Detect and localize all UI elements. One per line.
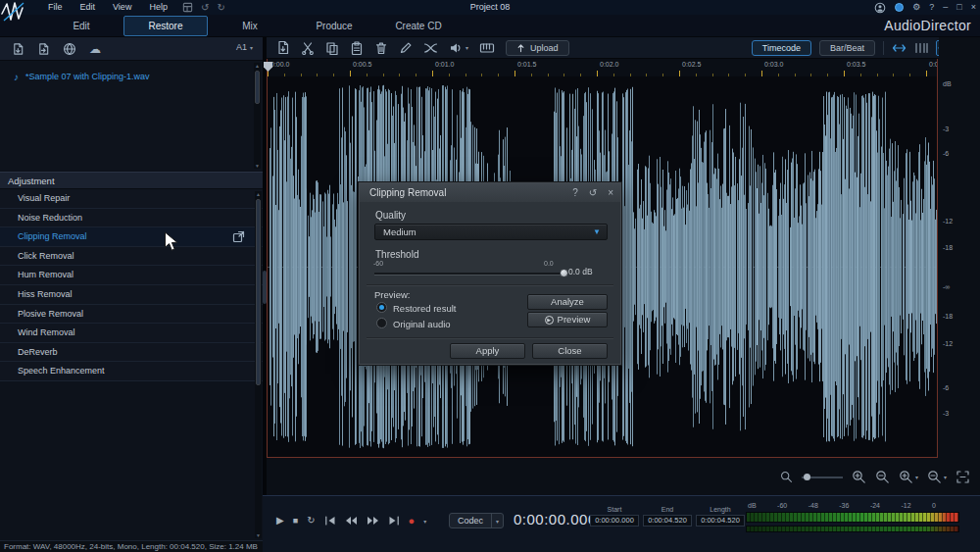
adjustment-item-clipping-removal[interactable]: Clipping Removal <box>0 227 263 247</box>
download-media-icon[interactable] <box>63 42 76 56</box>
length-field[interactable]: 0:00:04.520 <box>696 515 745 527</box>
cut-icon[interactable] <box>301 41 315 55</box>
tab-edit[interactable]: Edit <box>39 16 123 36</box>
tab-restore[interactable]: Restore <box>123 16 208 36</box>
record-button[interactable]: ● <box>409 515 416 527</box>
open-effect-icon[interactable] <box>232 230 245 243</box>
zoom-slider-thumb[interactable] <box>804 474 810 480</box>
tab-produce[interactable]: Produce <box>292 16 376 36</box>
close-icon[interactable]: × <box>971 0 976 15</box>
restored-result-radio[interactable] <box>376 302 387 313</box>
timeline-ruler[interactable]: 0:00.00:00.50:01.00:01.50:02.00:02.50:03… <box>268 59 937 76</box>
mix-source-icon[interactable]: ▾ <box>449 41 468 55</box>
paste-icon[interactable] <box>350 41 364 55</box>
account-icon[interactable] <box>874 2 886 14</box>
add-media-icon[interactable] <box>12 42 24 56</box>
maximize-icon[interactable]: □ <box>956 0 961 15</box>
go-to-start-button[interactable] <box>324 516 336 526</box>
export-media-icon[interactable] <box>37 42 50 56</box>
threshold-slider[interactable] <box>374 273 561 276</box>
original-audio-radio[interactable] <box>376 318 387 328</box>
help-icon[interactable]: ? <box>929 0 934 15</box>
directorzone-icon[interactable] <box>895 3 904 12</box>
fit-project-icon[interactable] <box>956 470 970 484</box>
threshold-slider-thumb[interactable] <box>560 269 568 277</box>
delete-icon[interactable] <box>374 41 388 55</box>
scrollbar-thumb[interactable] <box>255 71 260 104</box>
adjustment-item-hum-removal[interactable]: Hum Removal <box>0 266 263 285</box>
crossfade-icon[interactable] <box>423 41 438 55</box>
go-to-end-button[interactable] <box>388 516 400 526</box>
keyboard-icon[interactable] <box>479 42 495 54</box>
adjustment-item-noise-reduction[interactable]: Noise Reduction <box>0 209 263 228</box>
settings-gear-icon[interactable]: ⚙ <box>912 0 920 15</box>
meter-scale-label: -12 <box>901 502 910 509</box>
dialog-close-icon[interactable]: × <box>608 187 613 198</box>
tab-mix[interactable]: Mix <box>208 16 292 36</box>
db-scale-label: -3 <box>943 410 949 417</box>
edit-pencil-icon[interactable] <box>399 41 413 55</box>
font-size-control[interactable]: A1 ▾ <box>236 42 253 52</box>
codec-control[interactable]: Codec ▾ <box>449 513 504 528</box>
zoom-out-icon[interactable] <box>875 470 890 484</box>
adjustment-item-wind-removal[interactable]: Wind Removal <box>0 324 263 343</box>
brand-name: AudioDirector <box>884 15 971 37</box>
adjustment-item-hiss-removal[interactable]: Hiss Removal <box>0 285 263 305</box>
scroll-up-icon[interactable]: ▲ <box>254 63 261 69</box>
library-scrollbar[interactable]: ▲ ▼ <box>254 63 261 169</box>
copy-icon[interactable] <box>325 41 339 55</box>
zoom-slider[interactable] <box>802 477 843 478</box>
zoom-tool-icon[interactable] <box>780 471 793 483</box>
scroll-up-icon[interactable]: ▲ <box>255 191 262 197</box>
loop-button[interactable]: ↻ <box>307 514 315 527</box>
fast-forward-button[interactable] <box>367 516 379 526</box>
divider <box>367 337 613 339</box>
adjustment-item-speech-enhancement[interactable]: Speech Enhancement <box>0 362 263 381</box>
quality-dropdown[interactable]: Medium ▼ <box>374 224 608 240</box>
meter-scale-label: -60 <box>777 502 787 509</box>
analyze-button[interactable]: Analyze <box>527 294 608 310</box>
adjustment-item-click-removal[interactable]: Click Removal <box>0 247 263 267</box>
upload-button[interactable]: Upload <box>506 40 569 56</box>
adjustment-item-label: DeReverb <box>18 347 58 357</box>
record-options-icon[interactable]: ▾ <box>423 518 426 525</box>
zoom-vertical-menu[interactable]: ▾ <box>927 470 947 484</box>
stretch-icon[interactable] <box>892 42 906 54</box>
chevron-down-icon: ▾ <box>466 44 468 51</box>
scrollbar-thumb[interactable] <box>256 199 261 385</box>
apply-button[interactable]: Apply <box>450 343 525 359</box>
adjustment-list: Visual RepairNoise ReductionClipping Rem… <box>0 189 263 540</box>
dialog-help-icon[interactable]: ? <box>572 187 578 198</box>
scroll-down-icon[interactable]: ▼ <box>255 532 262 538</box>
restored-result-label[interactable]: Restored result <box>393 303 456 314</box>
minimize-icon[interactable]: – <box>943 0 948 15</box>
library-file-row[interactable]: ♪ *Sample 07 with Clipping-1.wav <box>0 69 263 84</box>
scroll-down-icon[interactable]: ▼ <box>254 163 261 169</box>
original-audio-label[interactable]: Original audio <box>393 319 451 329</box>
tab-create-cd[interactable]: Create CD <box>376 16 461 36</box>
dialog-reset-icon[interactable]: ↺ <box>589 187 597 198</box>
ruler-tick-label: 0:02.5 <box>682 61 701 68</box>
timecode-button[interactable]: Timecode <box>752 40 811 56</box>
play-button[interactable]: ▶ <box>276 514 284 527</box>
close-button[interactable]: Close <box>532 343 608 359</box>
adjustment-item-label: Speech Enhancement <box>18 366 105 376</box>
snap-icon[interactable] <box>914 42 928 54</box>
adjustment-scrollbar[interactable]: ▲ ▼ <box>255 191 262 538</box>
import-audio-icon[interactable] <box>276 40 290 55</box>
adjustment-item-plosive-removal[interactable]: Plosive Removal <box>0 305 263 325</box>
stop-button[interactable]: ■ <box>293 514 298 527</box>
end-field[interactable]: 0:00:04.520 <box>643 515 692 527</box>
preview-button[interactable]: ▶ Preview <box>527 312 608 327</box>
editor-toolbar: ▾ Upload Timecode Bar/Beat <box>267 37 980 59</box>
start-field[interactable]: 0:00:00.000 <box>590 515 639 527</box>
zoom-horizontal-menu[interactable]: ▾ <box>899 470 918 484</box>
meter-scale-label: -48 <box>808 502 818 509</box>
splitter-handle[interactable] <box>263 271 267 304</box>
rewind-button[interactable] <box>345 516 358 526</box>
barbeat-button[interactable]: Bar/Beat <box>819 40 875 56</box>
adjustment-item-dereverb[interactable]: DeReverb <box>0 343 263 363</box>
zoom-in-icon[interactable] <box>852 470 866 484</box>
adjustment-item-visual-repair[interactable]: Visual Repair <box>0 189 263 209</box>
cloud-icon[interactable]: ☁ <box>89 42 101 56</box>
